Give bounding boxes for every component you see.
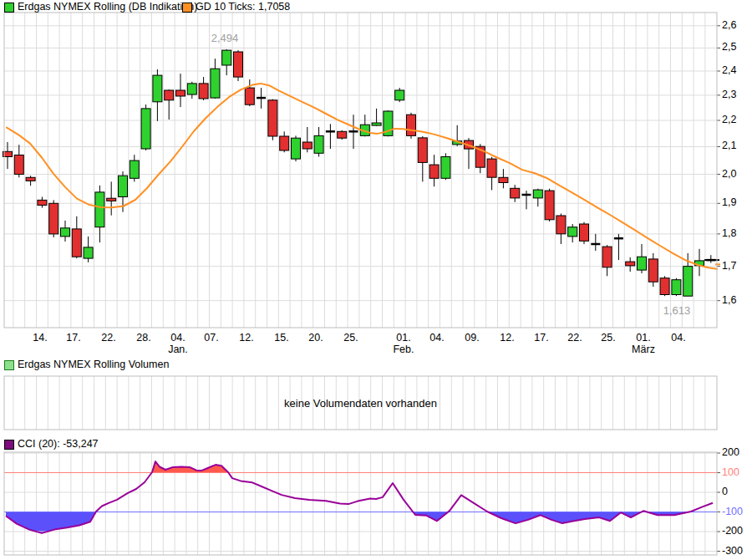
candle-body [672,280,681,295]
x-axis-tick-label: 14. [22,332,58,344]
price-series-label: Erdgas NYMEX Rolling (DB Indikation) [18,1,197,13]
candle-body [487,159,496,177]
cci-series-swatch-icon [4,440,14,450]
candle-body [211,69,220,98]
candle-body [568,227,577,237]
x-axis-tick-label: 04. [160,332,196,344]
candle-body [130,160,139,178]
candle-body [580,224,589,241]
cci-series-label: CCI (20): -53,247 [18,438,99,450]
x-axis-tick-label: 22. [90,332,127,344]
price-axis-label: 1,6 [722,294,736,306]
candle-body [199,84,208,99]
candle-body [556,216,566,234]
candle-body [602,247,612,267]
price-annotation: 1,613 [648,304,706,317]
candle-body [187,84,196,94]
candle-body [292,138,301,159]
x-axis-tick-label: 25. [590,332,627,344]
candle-body [245,88,254,104]
candle-body [141,109,150,149]
price-axis-label: 2,0 [722,168,736,180]
cci-axis-label: 200 [722,446,739,458]
cci-axis-label: -200 [722,525,743,537]
candle-body [234,52,243,77]
x-axis-tick-label: 01. [385,332,422,344]
price-axis-label: 2,6 [722,19,736,31]
price-axis-label: 2,5 [722,41,736,53]
candle-body [338,131,347,138]
candle-body [441,157,450,179]
candle-body [95,192,104,227]
cci-axis-label: -300 [722,545,743,557]
candle-body [14,155,23,175]
trading-chart-app: Erdgas NYMEX Rolling (DB Indikation) GD … [0,0,752,560]
candle-body [302,142,312,149]
candle-body [499,177,508,182]
candle-body [314,135,323,153]
candle-body [280,136,289,150]
candle-body [429,165,439,178]
candle-body [165,90,174,100]
x-axis-tick-label: 04. [419,332,455,344]
ma-series-label: GD 10 Ticks: 1,7058 [196,1,290,13]
candle-body [84,247,93,258]
panel-background [4,13,717,328]
price-series-swatch-icon [4,3,14,13]
candle-body [533,190,542,198]
candle-body [222,50,231,65]
chart-canvas [0,0,752,560]
price-axis-label: 2,2 [722,114,736,125]
candle-body [72,229,81,257]
x-axis-tick-label: 25. [333,332,369,344]
x-axis-tick-label: 01. [625,332,662,344]
panel-background [4,452,717,555]
cci-axis-label: -100 [722,506,743,517]
candle-body [26,177,35,181]
candle-body [511,188,520,198]
candle-body [660,278,669,295]
candle-body [268,100,277,136]
candle-body [61,228,70,237]
candle-body [648,259,658,282]
candle-body [683,267,693,297]
volume-empty-message: keine Volumendaten vorhanden [4,397,717,410]
candle-body [49,203,58,234]
x-axis-tick-label: 17. [55,332,92,344]
candle-body [107,198,116,201]
x-axis-tick-label: 07. [193,332,230,344]
candle-body [119,176,128,196]
candle-body [626,262,635,266]
candle-body [372,123,381,125]
price-axis-label: 1,8 [722,227,736,239]
candle-body [418,138,427,163]
x-axis-tick-label: 12. [489,332,526,344]
x-axis-tick-label: 22. [556,332,593,344]
x-axis-month-label: Feb. [385,344,422,355]
x-axis-tick-label: 28. [125,332,162,344]
x-axis-tick-label: 12. [228,332,265,344]
cci-axis-label: 100 [722,466,739,478]
candle-body [545,191,554,220]
price-annotation: 2,494 [196,32,254,44]
candle-body [176,90,185,96]
x-axis-tick-label: 15. [263,332,300,344]
price-axis-label: 2,4 [722,64,736,76]
ma-series-swatch-icon [182,3,192,13]
volume-series-label: Erdgas NYMEX Rolling Volumen [18,359,169,370]
x-axis-tick-label: 20. [297,332,334,344]
price-axis-label: 1,9 [722,196,736,208]
candle-body [38,200,47,205]
candle-body [153,75,162,102]
candle-body [638,257,647,270]
candle-body [395,90,404,100]
volume-series-swatch-icon [4,360,14,370]
x-axis-month-label: Jan. [160,344,196,355]
price-axis-label: 1,7 [722,260,736,272]
candle-body [407,115,416,135]
price-axis-label: 2,1 [722,140,736,151]
x-axis-tick-label: 09. [454,332,490,344]
x-axis-tick-label: 17. [523,332,560,344]
x-axis-month-label: März [625,344,662,355]
x-axis-tick-label: 04. [660,332,697,344]
